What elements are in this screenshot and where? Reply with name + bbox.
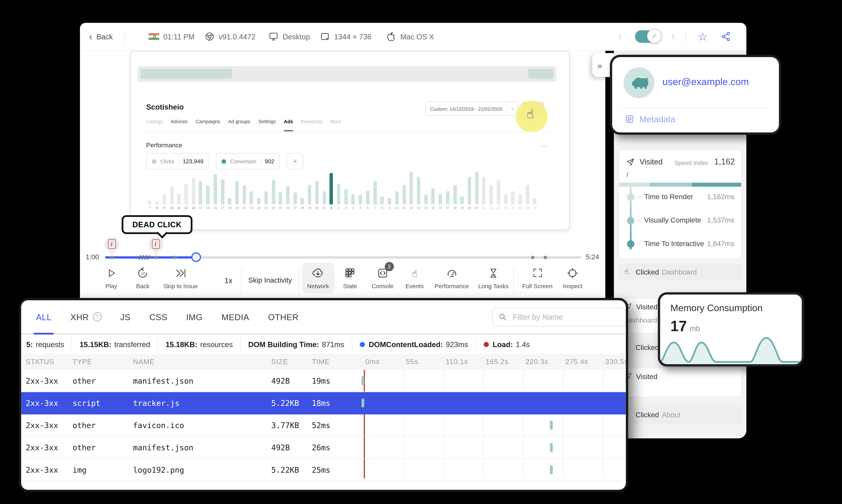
inspect-button[interactable]: Inspect <box>563 266 583 289</box>
tab-media[interactable]: MEDIA <box>221 300 249 334</box>
site-tab-listings[interactable]: Listings <box>146 119 163 131</box>
table-row[interactable]: 2xx-3xxotherfavicon.ico3.77KB52ms <box>21 414 626 437</box>
bar-slot <box>204 172 212 204</box>
prev-session-button[interactable]: ‹ <box>619 30 622 42</box>
bar-slot <box>233 172 240 204</box>
chart-x-label: 9 <box>386 206 393 211</box>
bar-slot <box>495 172 502 204</box>
event-dot[interactable] <box>531 256 535 259</box>
section-ellipsis-icon[interactable]: ⋯ <box>541 143 548 150</box>
share-button[interactable] <box>721 32 731 42</box>
performance-panel-button[interactable]: Performance <box>434 266 469 289</box>
bar-slot <box>371 172 379 204</box>
console-panel-button[interactable]: 3 Console <box>372 266 394 289</box>
table-row[interactable]: 2xx-3xxothermanifest.json492B19ms <box>21 370 626 392</box>
skip-to-issue-button[interactable]: Skip to Issue <box>163 266 198 289</box>
help-icon[interactable]: ? <box>93 312 101 321</box>
site-tab-ad-groups[interactable]: Ad groups <box>228 119 250 131</box>
add-metric-button[interactable]: + <box>287 153 303 169</box>
table-row[interactable]: 2xx-3xxothermanifest.json492B26ms <box>21 437 626 459</box>
event-dot[interactable] <box>174 256 177 259</box>
date-range-picker[interactable]: Custom: 14/12/2019 - 21/01/2020 ‹ <box>425 102 518 116</box>
autoplay-toggle[interactable]: ✓ <box>635 30 660 43</box>
site-tab-more[interactable]: More <box>330 119 341 131</box>
chart-bar <box>301 198 304 204</box>
bar-slot <box>459 172 466 204</box>
tab-all[interactable]: ALL <box>36 300 52 334</box>
chart-x-label: 21 <box>248 206 255 211</box>
chart-bar <box>417 177 420 204</box>
cell-type: script <box>73 398 100 408</box>
favorite-star-button[interactable]: ☆ <box>698 30 707 43</box>
chart-bar <box>156 201 159 204</box>
site-tab-advices[interactable]: Advices <box>171 119 187 131</box>
event-row-clicked-about[interactable]: ☝ Clicked About <box>619 406 742 425</box>
clicks-chip[interactable]: Clicks 123,949 <box>146 153 209 169</box>
plus-icon: + <box>293 157 298 166</box>
chart-x-label: 16 <box>437 206 444 211</box>
event-dot[interactable] <box>543 256 547 259</box>
memory-value: 17 <box>670 317 687 335</box>
hand-pointer-icon: ☝ <box>411 267 418 279</box>
site-tab-keywords[interactable]: Keywords <box>301 119 322 131</box>
event-row-clicked-dashboard[interactable]: ☝ Clicked Dashboard <box>619 264 742 281</box>
bar-slot <box>175 172 182 204</box>
tab-xhr[interactable]: XHR ? <box>70 300 101 334</box>
chart-bar <box>461 196 464 204</box>
bar-slot <box>299 172 306 204</box>
event-row-visited[interactable]: Visited <box>619 368 742 397</box>
chart-bar <box>373 181 377 204</box>
long-tasks-panel-button[interactable]: Long Tasks <box>478 266 508 289</box>
issue-marker-pin[interactable]: i <box>148 237 163 257</box>
visited-event-card[interactable]: Visited Speed Index 1,162 / Time to Rend… <box>619 149 742 259</box>
site-tab-ads[interactable]: Ads <box>284 119 293 131</box>
chart-bar <box>206 185 210 204</box>
network-panel-button[interactable]: Network <box>302 263 334 293</box>
visited-title: Visited <box>640 158 663 166</box>
skip-inactivity-toggle[interactable]: Skip Inactivity <box>248 276 292 284</box>
table-row[interactable]: 2xx-3xximglogo192.png5.22KB25ms <box>21 459 626 481</box>
tab-css[interactable]: CSS <box>149 300 167 334</box>
site-tab-campaigns[interactable]: Campaigns <box>196 119 220 131</box>
tab-js[interactable]: JS <box>120 300 130 334</box>
issue-marker-pin[interactable]: i <box>105 237 120 257</box>
events-panel-button[interactable]: ☝ Events <box>405 266 424 289</box>
cell-status: 2xx-3xx <box>26 398 58 408</box>
full-screen-button[interactable]: Full Screen <box>522 266 553 289</box>
screen-size-icon <box>320 32 330 42</box>
os-info: Mac OS X <box>386 23 434 50</box>
memory-unit: mb <box>690 324 700 333</box>
filter-input[interactable] <box>512 312 620 322</box>
conversion-chip[interactable]: Conversion 902 <box>216 153 280 169</box>
bar-slot <box>226 172 233 204</box>
waterfall-bar <box>361 376 364 385</box>
site-tab-settings[interactable]: Settings <box>258 119 276 131</box>
replayed-website: Scotisheio Custom: 14/12/2019 - 21/01/20… <box>130 51 570 230</box>
filter-search-box[interactable] <box>492 308 626 327</box>
session-time: 01:11 PM <box>148 23 195 50</box>
play-button[interactable]: Play <box>106 266 117 289</box>
chart-x-label: 27 <box>291 206 299 211</box>
chart-bar <box>163 194 166 204</box>
chart-x-label: 11 <box>400 206 408 211</box>
next-session-button[interactable]: › <box>671 30 675 42</box>
chart-x-label: 22 <box>480 206 487 211</box>
timeline-track[interactable] <box>105 256 581 259</box>
browser-info: v91.0.4472 <box>204 23 255 50</box>
table-row[interactable]: 2xx-3xxscripttracker.js5.22KB18ms <box>21 392 626 414</box>
state-panel-button[interactable]: State <box>343 266 357 289</box>
back-button[interactable]: ‹ Back <box>89 23 113 50</box>
tab-img[interactable]: IMG <box>186 300 202 334</box>
back-10s-button[interactable]: 10 Back <box>136 266 149 289</box>
chart-bar <box>446 192 449 204</box>
playhead-handle[interactable] <box>191 252 201 262</box>
waterfall-bar <box>550 443 553 452</box>
bar-slot <box>313 172 321 204</box>
chart-x-label: 19 <box>459 206 466 211</box>
chart-x-label: 2 <box>335 206 342 211</box>
network-tabs-bar: ALL XHR ? JS CSS IMG MEDIA OTHER <box>21 300 626 335</box>
tab-other[interactable]: OTHER <box>268 300 299 334</box>
playback-speed-button[interactable]: 1x <box>225 276 232 285</box>
chart-x-label: 26 <box>284 206 291 211</box>
metadata-button[interactable]: Metadata <box>625 114 675 124</box>
